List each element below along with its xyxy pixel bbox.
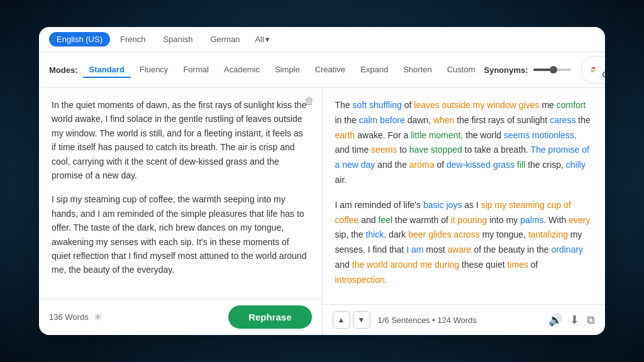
next-sentence-button[interactable]: ▼ (353, 311, 370, 329)
output-paragraph-2: I am reminded of life's basic joys as I … (335, 198, 593, 288)
mode-expand[interactable]: Expand (354, 62, 394, 78)
input-text-area[interactable]: In the quiet moments of dawn, as the fir… (39, 88, 322, 299)
all-languages-dropdown[interactable]: All ▾ (250, 32, 274, 47)
mode-custom[interactable]: Custom (441, 62, 482, 78)
mode-shorten[interactable]: Shorten (397, 62, 438, 78)
mode-standard[interactable]: Standard (83, 62, 131, 78)
download-icon[interactable]: ⬇ (570, 313, 579, 327)
main-content: In the quiet moments of dawn, as the fir… (39, 88, 605, 335)
output-text-area: The soft shuffling of leaves outside my … (323, 88, 606, 304)
add-chrome-label: Add to Chrome (600, 60, 605, 79)
trash-icon: 🗑 (304, 96, 314, 106)
left-panel: In the quiet moments of dawn, as the fir… (39, 88, 323, 335)
synonyms-label: Synonyms: (484, 65, 528, 75)
mode-academic[interactable]: Academic (218, 62, 266, 78)
word-count-label: 136 Words (49, 312, 89, 322)
add-to-chrome-button[interactable]: Add to Chrome (581, 56, 605, 84)
app-window: English (US) French Spanish German All ▾… (39, 27, 605, 335)
mode-creative[interactable]: Creative (309, 62, 352, 78)
input-paragraph-2: I sip my steaming cup of coffee, the war… (52, 192, 309, 277)
copy-icon[interactable]: ⧉ (587, 314, 595, 327)
svg-point-1 (592, 69, 594, 71)
ai-sparkle-icon: ✳ (94, 311, 102, 323)
prev-sentence-button[interactable]: ▲ (333, 311, 350, 329)
right-bottom-bar: ▲ ▼ 1/6 Sentences • 124 Words 🔊 ⬇ ⧉ (323, 304, 606, 335)
lang-tab-english[interactable]: English (US) (49, 32, 110, 47)
output-paragraph-1: The soft shuffling of leaves outside my … (335, 98, 593, 188)
clear-text-button[interactable]: 🗑 (304, 96, 314, 107)
word-count-display: 136 Words ✳ (49, 311, 102, 323)
modes-bar: Modes: Standard Fluency Formal Academic … (39, 52, 605, 88)
arrow-up-icon: ▲ (338, 315, 345, 324)
modes-label: Modes: (49, 65, 78, 75)
synonyms-slider[interactable] (533, 69, 571, 71)
lang-tab-french[interactable]: French (113, 32, 153, 47)
output-actions: 🔊 ⬇ ⧉ (548, 313, 595, 327)
lang-tab-german[interactable]: German (203, 32, 247, 47)
arrow-down-icon: ▼ (358, 315, 365, 324)
mode-formal[interactable]: Formal (177, 62, 214, 78)
language-bar: English (US) French Spanish German All ▾ (39, 27, 605, 52)
chrome-icon (591, 65, 597, 75)
input-paragraph-1: In the quiet moments of dawn, as the fir… (52, 98, 309, 182)
sentence-counter: 1/6 Sentences • 124 Words (378, 315, 477, 325)
sentence-navigation: ▲ ▼ 1/6 Sentences • 124 Words (333, 311, 477, 329)
left-bottom-bar: 136 Words ✳ Rephrase (39, 299, 322, 335)
mode-fluency[interactable]: Fluency (133, 62, 175, 78)
lang-tab-spanish[interactable]: Spanish (155, 32, 200, 47)
synonyms-control: Synonyms: (484, 65, 571, 75)
rephrase-button[interactable]: Rephrase (228, 305, 311, 329)
speaker-icon[interactable]: 🔊 (548, 313, 562, 327)
right-panel: The soft shuffling of leaves outside my … (323, 88, 606, 335)
mode-simple[interactable]: Simple (269, 62, 306, 78)
chevron-down-icon: ▾ (265, 35, 270, 44)
